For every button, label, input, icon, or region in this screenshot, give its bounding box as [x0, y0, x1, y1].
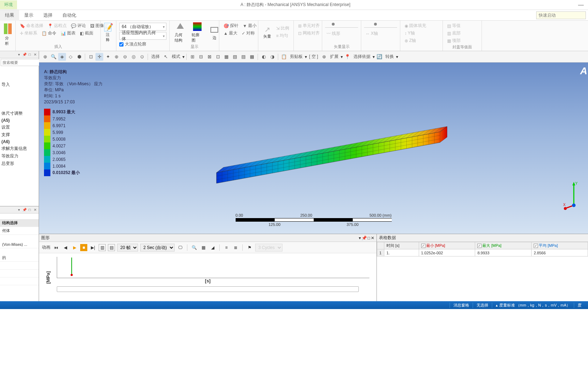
- named-selection-button[interactable]: 🔖命名选择: [18, 22, 45, 29]
- export-icon[interactable]: 🖵: [177, 244, 184, 251]
- face-select-icon[interactable]: ◇: [67, 53, 75, 61]
- maximize-icon[interactable]: □: [368, 236, 370, 240]
- line-style-button[interactable]: 〰线形: [325, 30, 358, 37]
- quick-launch-input[interactable]: [536, 11, 586, 19]
- anim-prev-icon[interactable]: ◀: [62, 244, 69, 251]
- tree-item[interactable]: 设置: [0, 124, 39, 131]
- fit-icon[interactable]: ⊙: [138, 53, 146, 61]
- zoom-icon[interactable]: 🔍: [191, 244, 198, 251]
- maximize-icon[interactable]: □: [27, 207, 32, 212]
- table-row[interactable]: 1 1. 1.0252e-002 8.9933 2.8566: [377, 249, 588, 256]
- body-select-icon[interactable]: ⬢: [75, 53, 83, 61]
- clipboard-label[interactable]: 剪贴板: [288, 54, 304, 60]
- close-icon[interactable]: ✕: [371, 236, 374, 240]
- tree-item-import[interactable]: 导入: [0, 81, 39, 88]
- orientation-triad[interactable]: Y X: [563, 180, 584, 212]
- tree-item[interactable]: (A5): [0, 117, 39, 124]
- context-tab[interactable]: 环境: [0, 0, 17, 9]
- zoom-combo[interactable]: 64 （自动缩放）: [119, 23, 166, 31]
- vector-button[interactable]: ↗矢量: [261, 25, 273, 40]
- geometry-button[interactable]: 几何结构: [172, 20, 188, 44]
- selectby-icon[interactable]: 📍: [344, 53, 351, 61]
- scale-button[interactable]: ⇲比例: [275, 25, 291, 32]
- tool-icon[interactable]: ⊟: [197, 53, 205, 61]
- zoom-icon[interactable]: 🔍: [50, 53, 57, 61]
- status-units[interactable]: ▴ 度量标准 （mm，kg，N，s，mV，mA）: [492, 303, 574, 308]
- tool-icon[interactable]: ▨: [240, 53, 247, 61]
- cycles-combo[interactable]: 3 Cycles: [255, 244, 282, 251]
- even-button[interactable]: ≡均匀: [275, 32, 291, 39]
- anim-next-icon[interactable]: ▶|: [89, 244, 97, 251]
- select-label[interactable]: 选择: [150, 54, 161, 60]
- elem-align-button[interactable]: ⊞单元对齐: [297, 22, 319, 29]
- anim-mode1-icon[interactable]: ▥: [99, 244, 106, 251]
- details-row[interactable]: 的: [0, 254, 39, 262]
- pin-icon[interactable]: 📌: [362, 236, 367, 240]
- analysis-button[interactable]: 分析: [3, 22, 12, 47]
- anim-mode2-icon[interactable]: ▤: [108, 244, 115, 251]
- solid-fill-button[interactable]: ◉固体填充: [403, 22, 440, 29]
- tool-icon[interactable]: ⊞: [188, 53, 196, 61]
- tool-icon[interactable]: ⊠: [205, 53, 213, 61]
- tool-icon[interactable]: ⚑: [246, 244, 253, 251]
- min-label-button[interactable]: ▼最小: [241, 22, 258, 29]
- pan-icon[interactable]: ✦: [104, 53, 112, 61]
- tab-results[interactable]: 结果: [0, 10, 19, 21]
- chart-button[interactable]: 📊图表: [59, 29, 77, 37]
- tree-item[interactable]: 求解方案信息: [0, 145, 39, 152]
- zoom-in-icon[interactable]: ⊕: [112, 53, 120, 61]
- contour-button[interactable]: 轮廓图: [189, 20, 205, 44]
- anim-play-icon[interactable]: ▶: [71, 244, 78, 251]
- tree-item[interactable]: 总变形: [0, 160, 39, 167]
- comment-button[interactable]: 💬评论: [70, 22, 87, 29]
- tree-item[interactable]: 支撑: [0, 131, 39, 139]
- box-select-icon[interactable]: ◈: [58, 53, 66, 61]
- details-row[interactable]: 结构选择: [0, 219, 39, 227]
- annotation-button[interactable]: 📝 注释: [104, 22, 113, 43]
- tool-icon[interactable]: ◢: [209, 244, 216, 251]
- tab-select[interactable]: 选择: [38, 10, 57, 21]
- tool-icon[interactable]: ≡: [223, 244, 230, 251]
- graph-body[interactable]: [MPa] [s]: [39, 253, 377, 301]
- remote-point-button[interactable]: 📍远程点: [46, 22, 68, 29]
- viewport-3d[interactable]: A A: 静态结构 等效应力 类型: 等效 （Von-Mises） 应力 单位:…: [39, 63, 588, 234]
- maximize-icon[interactable]: □: [27, 52, 32, 57]
- mesh-align-button[interactable]: ⊡网格对齐: [297, 29, 319, 37]
- symmetry-button[interactable]: ✓对称: [240, 29, 256, 37]
- pin-icon[interactable]: 📌: [22, 52, 27, 57]
- dropdown-icon[interactable]: ▾: [359, 236, 361, 240]
- dropdown-icon[interactable]: ▾: [17, 207, 21, 212]
- quick-launch[interactable]: [536, 11, 586, 19]
- result-data-table[interactable]: 时间 [s] ✓最小 [MPa] ✓最大 [MPa] ✓平均 [MPa] 1 1…: [377, 242, 588, 256]
- convert-label[interactable]: 转换: [384, 54, 395, 60]
- tree-item[interactable]: 体尺寸调整: [0, 110, 39, 117]
- tab-display[interactable]: 显示: [19, 10, 38, 21]
- mode-label[interactable]: 模式: [170, 54, 182, 60]
- status-messages[interactable]: 消息窗格: [450, 303, 473, 308]
- zoom-box-icon[interactable]: ◎: [130, 53, 137, 61]
- anim-stop-icon[interactable]: ■: [80, 244, 87, 251]
- scope-combo[interactable]: 适应范围内的几何体: [119, 32, 166, 40]
- x-axis-button[interactable]: ↔X轴: [364, 30, 397, 37]
- selectby-label[interactable]: 选择依据: [352, 54, 372, 60]
- details-row[interactable]: 何体: [0, 227, 39, 235]
- legend-icon[interactable]: ▦: [200, 244, 207, 251]
- vertex-icon[interactable]: ⊡: [87, 53, 95, 61]
- top-button[interactable]: ▦项部: [446, 37, 479, 44]
- details-row[interactable]: [0, 277, 39, 285]
- tree-item[interactable]: 等效应力: [0, 152, 39, 160]
- color-legend[interactable]: 8.9933 最大7.99526.99715.9995.00084.00273.…: [44, 109, 80, 176]
- coord-sys-button[interactable]: ✛坐标系: [18, 29, 39, 37]
- dropdown-icon[interactable]: ▾: [17, 52, 21, 57]
- result-beam-model[interactable]: [213, 123, 454, 187]
- details-row[interactable]: [0, 270, 39, 277]
- command-button[interactable]: 📋命令: [40, 29, 58, 37]
- details-row[interactable]: [0, 262, 39, 270]
- frames-combo[interactable]: 20 帧: [117, 244, 138, 251]
- section-button[interactable]: ◧截面: [78, 29, 95, 37]
- zoom-out-icon[interactable]: ⊖: [121, 53, 129, 61]
- status-degrees[interactable]: 度: [574, 303, 585, 308]
- clipboard-icon[interactable]: 📋: [280, 53, 288, 61]
- extend-icon[interactable]: ⊕: [320, 53, 328, 61]
- details-row[interactable]: (Von-Mises) ...: [0, 240, 39, 248]
